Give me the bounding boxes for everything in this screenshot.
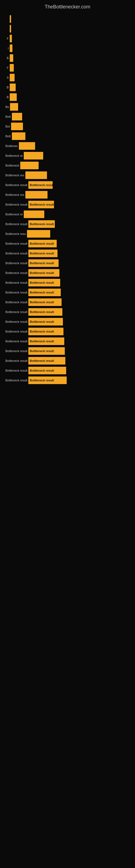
bar-label: Bottleneck result: [5, 222, 27, 226]
bar-label: Bottleneck result: [5, 281, 27, 284]
bar: Bottleneck result: [28, 259, 58, 267]
bar-item: B: [5, 84, 130, 91]
bar-wrapper: Bottleneck result: [28, 201, 130, 208]
bar-wrapper: Bottleneck result: [28, 250, 130, 257]
bar-wrapper: [20, 162, 130, 169]
bar-item: Bottleneck re: [5, 152, 130, 159]
bar-text: Bottleneck result: [30, 291, 54, 294]
bar-label: F: [5, 66, 9, 69]
bar-wrapper: Bottleneck result: [28, 337, 130, 345]
bar-item: Bottleneck resultBottleneck result: [5, 220, 130, 228]
bar-text: Bottleneck result: [30, 203, 54, 206]
chart-area: FIBFSBBBoBottBotBottBottlenecBottleneck …: [0, 12, 135, 389]
bar-item: B: [5, 54, 130, 62]
bar-label: Bottleneck result: [5, 310, 27, 314]
bar-wrapper: [24, 152, 130, 159]
bar: Bottleneck result: [28, 279, 60, 286]
bar-wrapper: [19, 142, 130, 150]
bar-wrapper: [12, 113, 130, 120]
bar-text: Bottleneck result: [30, 281, 54, 284]
bar-item: Bottleneck resultBottleneck result: [5, 201, 130, 208]
bar-item: Bottlenec: [5, 142, 130, 150]
bar: Bottleneck result: [28, 269, 59, 277]
bar-wrapper: [11, 123, 130, 130]
bar-item: Bott: [5, 132, 130, 140]
bar-wrapper: Bottleneck result: [28, 269, 130, 277]
bar: Bottleneck result: [28, 299, 61, 306]
bar: Bottleneck result: [28, 240, 57, 247]
bar-label: Bottleneck result: [5, 349, 27, 352]
bar: [24, 152, 43, 159]
bar-text: Bottleneck result: [30, 340, 54, 343]
bar-wrapper: Bottleneck result: [28, 376, 130, 384]
bar-item: Bottleneck resultBottleneck result: [5, 347, 130, 355]
bar-text: Bottleneck result: [30, 252, 54, 255]
bar-wrapper: [10, 93, 130, 101]
bar-text: Bottleneck result: [30, 301, 54, 304]
bar-item: Bot: [5, 123, 130, 130]
bar: [10, 54, 13, 62]
bar-item: [5, 25, 130, 33]
bar-item: Bo: [5, 103, 130, 111]
bar: [10, 15, 11, 23]
bar-item: Bottleneck resultBottleneck result: [5, 328, 130, 335]
bar-wrapper: [10, 25, 130, 33]
bar-label: S: [5, 76, 9, 79]
bar: [11, 123, 23, 130]
bar-item: Bottleneck resultBottleneck result: [5, 181, 130, 189]
bar-item: S: [5, 74, 130, 82]
bar-label: Bo: [5, 105, 9, 108]
bar-label: Bottleneck result: [5, 203, 27, 206]
bar-label: Bottleneck: [5, 164, 19, 167]
bar-wrapper: Bottleneck result: [28, 181, 130, 189]
bar-wrapper: [10, 74, 130, 82]
bar-wrapper: Bottleneck result: [28, 367, 130, 374]
bar-label: Bott: [5, 134, 11, 138]
bar: Bottleneck result: [28, 201, 54, 208]
bar-label: Bottleneck result: [5, 242, 27, 245]
bar: Bottleneck result: [28, 337, 64, 345]
bar-item: Bottleneck resultBottleneck result: [5, 337, 130, 345]
bar: Bottleneck result: [28, 357, 65, 365]
bar: [12, 132, 26, 140]
bar: [10, 44, 12, 52]
bar-text: Bottleneck result: [30, 359, 54, 362]
bar: Bottleneck result: [28, 181, 53, 189]
bar-wrapper: Bottleneck result: [28, 347, 130, 355]
bar-label: Bottlenec: [5, 144, 18, 148]
bar: [26, 191, 48, 198]
bar-item: Bottleneck resultBottleneck result: [5, 367, 130, 374]
bar-wrapper: [24, 211, 130, 218]
bar: Bottleneck result: [28, 308, 62, 316]
bar: Bottleneck result: [28, 376, 67, 384]
bar-item: Bottleneck res: [5, 191, 130, 198]
bar-item: Bottleneck resu: [5, 230, 130, 238]
bar-item: Bott: [5, 113, 130, 120]
bar-label: Bottleneck resu: [5, 232, 26, 236]
bar-wrapper: [10, 15, 130, 23]
bar: [20, 162, 39, 169]
bar-label: Bottleneck re: [5, 154, 23, 157]
bar-item: Bottleneck re: [5, 211, 130, 218]
bar-label: Bottleneck result: [5, 301, 27, 304]
bar-text: Bottleneck result: [30, 271, 54, 275]
bar-label: B: [5, 95, 9, 99]
bar-wrapper: [10, 35, 130, 42]
bar: [10, 84, 16, 91]
page-container: TheBottlenecker.com FIBFSBBBoBottBotBott…: [0, 0, 135, 389]
bar: [26, 172, 47, 179]
bar: [10, 25, 11, 33]
bar-item: Bottleneck resultBottleneck result: [5, 299, 130, 306]
bar-label: Bottleneck result: [5, 379, 27, 382]
bar-wrapper: Bottleneck result: [28, 279, 130, 286]
bar: Bottleneck result: [28, 220, 55, 228]
bar-wrapper: Bottleneck result: [28, 259, 130, 267]
bar-item: Bottleneck resultBottleneck result: [5, 259, 130, 267]
bar-wrapper: [26, 172, 130, 179]
bar-wrapper: [10, 64, 130, 72]
bar: Bottleneck result: [28, 367, 66, 374]
bar-label: Bot: [5, 125, 10, 128]
bar-wrapper: [10, 44, 130, 52]
bar-wrapper: Bottleneck result: [28, 240, 130, 247]
bar-label: Bottleneck re: [5, 213, 23, 216]
